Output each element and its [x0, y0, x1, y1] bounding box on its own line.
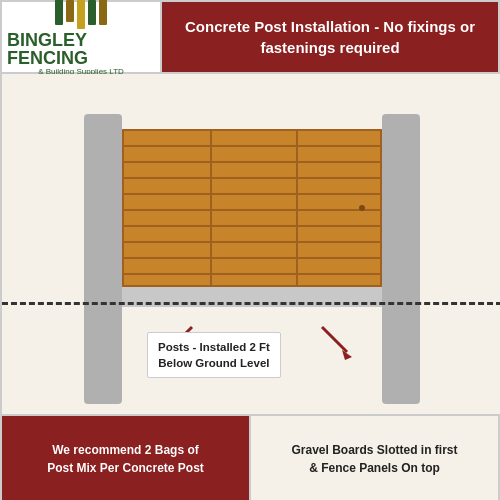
logo-area: BINGLEY FENCING & Building Supplies LTD	[2, 2, 162, 72]
fence-line-4	[124, 193, 380, 195]
fence-line-9	[124, 273, 380, 275]
post-right	[382, 114, 420, 404]
fence-line-6	[124, 225, 380, 227]
posts-label: Posts - Installed 2 FtBelow Ground Level	[147, 332, 281, 378]
logo-plank-4	[88, 0, 96, 25]
main-container: BINGLEY FENCING & Building Supplies LTD …	[0, 0, 500, 500]
logo-plank-1	[55, 0, 63, 25]
header: BINGLEY FENCING & Building Supplies LTD …	[2, 2, 498, 74]
logo-icon	[55, 0, 107, 29]
arrow-right	[312, 322, 357, 371]
fence-line-5	[124, 209, 380, 211]
header-title: Concrete Post Installation - No fixings …	[177, 16, 483, 58]
post-left	[84, 114, 122, 404]
svg-line-2	[322, 327, 347, 352]
footer-box-left: We recommend 2 Bags ofPost Mix Per Concr…	[2, 416, 251, 500]
footer-right-text: Gravel Boards Slotted in first& Fence Pa…	[291, 441, 457, 477]
fence-panel	[122, 129, 382, 287]
logo-plank-2	[66, 0, 74, 22]
ground-line	[2, 302, 500, 305]
fence-hardware-dot	[359, 205, 365, 211]
diagram-area: Posts - Installed 2 FtBelow Ground Level	[2, 74, 500, 414]
footer-box-right: Gravel Boards Slotted in first& Fence Pa…	[251, 416, 498, 500]
logo-brand-name: BINGLEY FENCING	[7, 31, 155, 67]
fence-vline-2	[296, 131, 298, 285]
logo-plank-5	[99, 0, 107, 25]
footer-boxes: We recommend 2 Bags ofPost Mix Per Concr…	[2, 414, 498, 500]
logo-plank-3	[77, 0, 85, 29]
header-title-area: Concrete Post Installation - No fixings …	[162, 2, 498, 72]
fence-vline-1	[210, 131, 212, 285]
footer-left-text: We recommend 2 Bags ofPost Mix Per Concr…	[47, 441, 204, 477]
fence-line-2	[124, 161, 380, 163]
fence-line-8	[124, 257, 380, 259]
fence-line-7	[124, 241, 380, 243]
fence-line-3	[124, 177, 380, 179]
posts-label-text: Posts - Installed 2 FtBelow Ground Level	[158, 341, 270, 369]
fence-line-1	[124, 145, 380, 147]
